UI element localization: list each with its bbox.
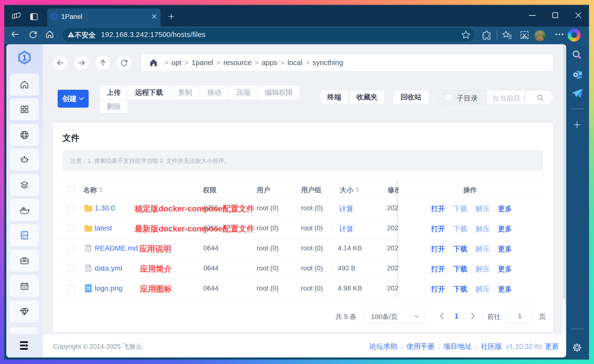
svg-text:1: 1	[22, 53, 27, 62]
svg-text:1: 1	[53, 15, 55, 19]
